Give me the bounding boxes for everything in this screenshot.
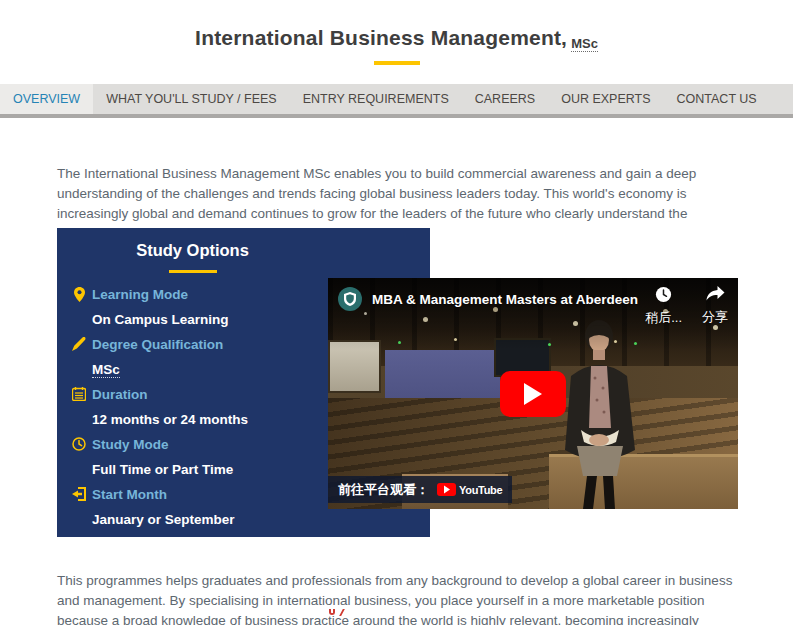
clock-icon	[72, 437, 86, 452]
course-tabbar: OVERVIEW WHAT YOU'LL STUDY / FEES ENTRY …	[0, 84, 793, 118]
option-label: Degree Qualification	[92, 337, 223, 352]
share-button[interactable]: 分享	[702, 286, 728, 327]
video-title[interactable]: MBA & Management Masters at Aberdeen	[372, 292, 632, 307]
share-label: 分享	[702, 308, 728, 326]
door-enter-icon	[72, 487, 86, 502]
share-icon	[706, 286, 725, 306]
option-label: Start Month	[92, 487, 167, 502]
option-value: MSc	[72, 360, 328, 380]
title-accent-bar	[374, 61, 420, 65]
map-pin-icon	[72, 287, 86, 302]
tab-what-youll-study-fees[interactable]: WHAT YOU'LL STUDY / FEES	[93, 84, 289, 114]
youtube-video-embed[interactable]: MBA & Management Masters at Aberdeen 稍后.…	[328, 278, 738, 509]
youtube-play-badge-icon	[437, 483, 456, 496]
tab-overview[interactable]: OVERVIEW	[0, 84, 93, 114]
watch-later-button[interactable]: 稍后...	[645, 286, 682, 327]
calendar-icon	[72, 387, 86, 402]
youtube-logo[interactable]: YouTube	[437, 483, 502, 496]
option-value: On Campus Learning	[72, 310, 328, 330]
tab-careers[interactable]: CAREERS	[462, 84, 548, 114]
option-value: January or September	[72, 510, 328, 530]
option-duration: Duration 12 months or 24 months	[72, 384, 328, 430]
watch-later-label: 稍后...	[645, 309, 682, 327]
clipped-red-artifact	[329, 609, 347, 617]
watch-later-icon	[655, 286, 672, 307]
youtube-wordmark: YouTube	[459, 484, 502, 496]
option-study-mode: Study Mode Full Time or Part Time	[72, 434, 328, 480]
option-value: 12 months or 24 months	[72, 410, 328, 430]
study-options-accent-bar	[169, 270, 217, 273]
option-label: Learning Mode	[92, 287, 188, 302]
study-options-title: Study Options	[57, 241, 328, 260]
pencil-icon	[72, 337, 86, 352]
page-title: International Business Management,	[195, 26, 567, 49]
page-header: International Business Management,MSc	[0, 26, 793, 65]
youtube-play-button[interactable]	[500, 371, 566, 417]
option-label: Study Mode	[92, 437, 169, 452]
watch-on-platform-label: 前往平台观看：	[338, 481, 429, 499]
play-icon	[522, 382, 544, 406]
tab-contact-us[interactable]: CONTACT US	[664, 84, 770, 114]
page-title-qualification[interactable]: MSc	[571, 36, 598, 52]
tab-entry-requirements[interactable]: ENTRY REQUIREMENTS	[290, 84, 462, 114]
option-start-month: Start Month January or September	[72, 484, 328, 530]
closing-paragraph: This programmes helps graduates and prof…	[57, 571, 751, 625]
option-label: Duration	[92, 387, 148, 402]
option-degree-qualification: Degree Qualification MSc	[72, 334, 328, 380]
tab-our-experts[interactable]: OUR EXPERTS	[548, 84, 663, 114]
option-value: Full Time or Part Time	[72, 460, 328, 480]
channel-avatar[interactable]	[338, 287, 362, 311]
watch-on-platform-bar[interactable]: 前往平台观看： YouTube	[328, 476, 512, 503]
option-learning-mode: Learning Mode On Campus Learning	[72, 284, 328, 330]
